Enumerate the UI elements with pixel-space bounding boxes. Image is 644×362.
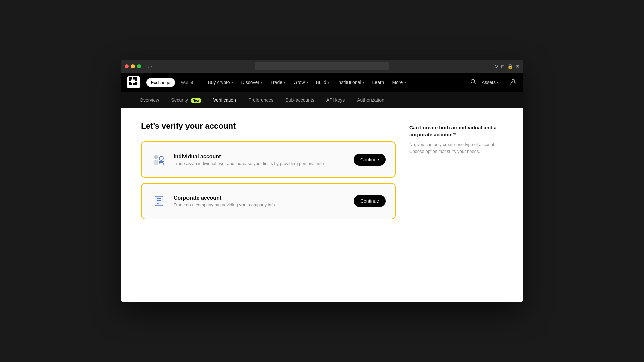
assets-label: Assets [482, 80, 496, 85]
subnav-apikeys[interactable]: API keys [321, 95, 350, 105]
buy-crypto-label: Buy crypto [208, 80, 230, 85]
individual-continue-btn[interactable]: Continue [354, 154, 386, 166]
page-title: Let’s verify your account [141, 121, 396, 131]
nav-trade[interactable]: Trade ▾ [267, 77, 289, 88]
buy-crypto-chevron: ▾ [231, 81, 233, 84]
subnav-apikeys-label: API keys [326, 97, 345, 103]
svg-rect-16 [157, 200, 161, 201]
nav-build[interactable]: Build ▾ [313, 77, 333, 88]
grow-label: Grow [293, 80, 305, 85]
subnav-authorization-label: Authorization [357, 97, 384, 103]
svg-rect-10 [159, 161, 164, 162]
corporate-continue-btn[interactable]: Continue [354, 195, 386, 207]
user-icon[interactable] [510, 78, 517, 87]
refresh-icon[interactable]: ↻ [494, 64, 498, 69]
logo-box [127, 76, 140, 88]
svg-rect-4 [131, 79, 135, 83]
page-content: Let’s verify your account Individua [121, 108, 523, 302]
svg-point-12 [159, 156, 163, 160]
individual-account-icon [151, 152, 167, 168]
individual-account-text: Individual account Trade as an individua… [174, 154, 347, 166]
titlebar-right-controls: ↻ ⊡ 🔒 ⊠ [494, 64, 519, 69]
individual-account-title: Individual account [174, 154, 347, 160]
wallet-toggle-btn[interactable]: Wallet [176, 78, 198, 87]
exchange-toggle-btn[interactable]: Exchange [146, 78, 175, 87]
subnav-authorization[interactable]: Authorization [352, 95, 390, 105]
subnav-verification[interactable]: Verification [208, 95, 241, 105]
svg-point-7 [512, 79, 515, 82]
subnav-security[interactable]: Security New [166, 95, 206, 105]
subnav-verification-label: Verification [213, 97, 236, 103]
svg-rect-17 [157, 202, 160, 202]
discover-chevron: ▾ [261, 81, 262, 84]
subnav-security-label: Security [171, 97, 188, 103]
maximize-window-btn[interactable] [137, 64, 141, 68]
subnav-subaccounts-label: Sub-accounts [285, 97, 314, 103]
address-bar[interactable] [255, 62, 389, 70]
subnav-preferences-label: Preferences [248, 97, 273, 103]
individual-account-card[interactable]: Individual account Trade as an individua… [141, 141, 396, 178]
nav-right-controls: Assets ▾ [470, 78, 517, 87]
svg-rect-13 [155, 196, 163, 206]
main-content: Let’s verify your account Individua [141, 121, 396, 289]
faq-panel: Can I create both an individual and a co… [409, 121, 503, 289]
sub-navbar: Overview Security New Verification Prefe… [121, 92, 523, 108]
nav-discover[interactable]: Discover ▾ [238, 77, 266, 88]
build-label: Build [316, 80, 326, 85]
window-controls [125, 64, 141, 68]
corporate-account-desc: Trade as a company by providing your com… [174, 202, 347, 207]
logo-text [129, 77, 138, 88]
learn-label: Learn [372, 80, 384, 85]
corporate-account-icon [151, 193, 167, 209]
subnav-overview[interactable]: Overview [134, 95, 164, 105]
faq-answer: No, you can only create one type of acco… [409, 141, 503, 155]
nav-institutional[interactable]: Institutional ▾ [334, 77, 368, 88]
minimize-window-btn[interactable] [131, 64, 135, 68]
trade-chevron: ▾ [284, 81, 285, 84]
faq-question: Can I create both an individual and a co… [409, 124, 503, 138]
nav-more[interactable]: More ▾ [389, 77, 409, 88]
exchange-wallet-toggle: Exchange Wallet [146, 78, 198, 87]
institutional-label: Institutional [337, 80, 361, 85]
grow-chevron: ▾ [306, 81, 308, 84]
svg-line-6 [474, 82, 476, 84]
svg-point-9 [154, 155, 158, 159]
assets-chevron: ▾ [497, 81, 499, 84]
browser-nav-buttons: ‹ › [148, 64, 152, 69]
window-resize-icon[interactable]: ⊠ [516, 64, 519, 69]
nav-buy-crypto[interactable]: Buy crypto ▾ [204, 77, 236, 88]
mac-window: ‹ › ↻ ⊡ 🔒 ⊠ [121, 60, 523, 302]
corporate-account-card[interactable]: Corporate account Trade as a company by … [141, 183, 396, 219]
assets-dropdown[interactable]: Assets ▾ [482, 80, 499, 85]
nav-grow[interactable]: Grow ▾ [290, 77, 311, 88]
svg-rect-8 [154, 160, 158, 165]
nav-learn[interactable]: Learn [369, 77, 388, 88]
subnav-preferences[interactable]: Preferences [243, 95, 279, 105]
subnav-subaccounts[interactable]: Sub-accounts [280, 95, 320, 105]
subnav-overview-label: Overview [140, 97, 159, 103]
more-chevron: ▾ [404, 81, 406, 84]
search-icon[interactable] [470, 79, 476, 86]
logo[interactable] [127, 76, 140, 88]
forward-btn[interactable]: › [151, 64, 152, 69]
titlebar: ‹ › ↻ ⊡ 🔒 ⊠ [121, 60, 523, 73]
discover-label: Discover [241, 80, 259, 85]
corporate-account-title: Corporate account [174, 195, 347, 201]
svg-rect-15 [157, 198, 161, 199]
security-new-badge: New [191, 98, 201, 103]
lock-icon: 🔒 [507, 64, 513, 69]
trade-label: Trade [270, 80, 282, 85]
close-window-btn[interactable] [125, 64, 129, 68]
screen-share-icon: ⊡ [501, 64, 505, 69]
build-chevron: ▾ [328, 81, 329, 84]
back-btn[interactable]: ‹ [148, 64, 149, 69]
main-navbar: Exchange Wallet Buy crypto ▾ Discover ▾ … [121, 73, 523, 92]
individual-account-desc: Trade as an individual user and increase… [174, 161, 347, 166]
nav-divider [504, 79, 504, 86]
corporate-account-text: Corporate account Trade as a company by … [174, 195, 347, 207]
nav-items: Buy crypto ▾ Discover ▾ Trade ▾ Grow ▾ B… [204, 77, 470, 88]
svg-rect-18 [157, 203, 159, 204]
institutional-chevron: ▾ [363, 81, 364, 84]
more-label: More [392, 80, 403, 85]
